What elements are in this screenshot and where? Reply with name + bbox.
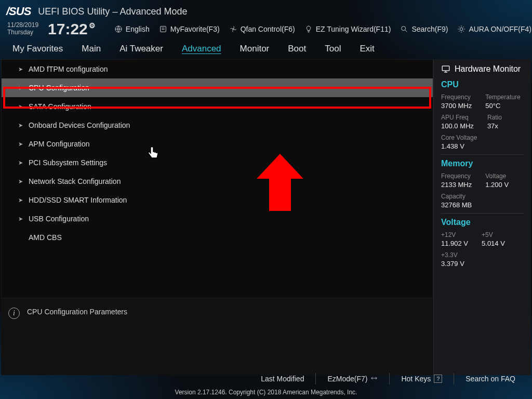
menu-item-label: CPU Configuration bbox=[29, 84, 89, 92]
menu-item-usb-configuration[interactable]: ➤USB Configuration bbox=[2, 209, 433, 228]
v33-label: +3.3V bbox=[441, 251, 464, 259]
mem-volt-label: Voltage bbox=[485, 172, 509, 180]
apu-freq-value: 100.0 MHz bbox=[441, 122, 474, 130]
annotation-arrow bbox=[257, 154, 303, 211]
tab-advanced[interactable]: Advanced bbox=[172, 39, 231, 59]
help-text: CPU Configuration Parameters bbox=[27, 308, 127, 316]
menu-item-amd-ftpm-configuration[interactable]: ➤AMD fTPM configuration bbox=[2, 60, 433, 78]
v12-label: +12V bbox=[441, 231, 468, 238]
menu-item-label: USB Configuration bbox=[29, 215, 89, 223]
search-faq-button[interactable]: Search on FAQ bbox=[454, 373, 532, 384]
tab-tool[interactable]: Tool bbox=[315, 39, 350, 59]
mem-freq-value: 2133 MHz bbox=[441, 181, 472, 189]
question-key-icon: ? bbox=[434, 375, 442, 383]
myfavorite-label: MyFavorite(F3) bbox=[170, 25, 220, 33]
menu-item-sata-configuration[interactable]: ➤SATA Configuration bbox=[2, 97, 433, 116]
tab-exit[interactable]: Exit bbox=[350, 39, 383, 59]
svg-marker-5 bbox=[257, 154, 303, 211]
date-value: 11/28/2019 bbox=[7, 22, 38, 29]
cpu-temp-value: 50°C bbox=[485, 102, 520, 110]
svg-rect-6 bbox=[442, 66, 449, 71]
menu-item-apm-configuration[interactable]: ➤APM Configuration bbox=[2, 135, 433, 153]
menu-item-label: APM Configuration bbox=[29, 140, 90, 148]
aura-label: AURA ON/OFF(F4) bbox=[469, 25, 531, 33]
ez-tuning-button[interactable]: EZ Tuning Wizard(F11) bbox=[304, 25, 391, 33]
language-button[interactable]: English bbox=[114, 25, 150, 33]
brand-logo: /SUS bbox=[6, 5, 31, 18]
ezmode-button[interactable]: EzMode(F7) bbox=[315, 373, 389, 384]
switch-icon bbox=[370, 375, 378, 383]
mem-cap-label: Capacity bbox=[441, 193, 472, 200]
menu-item-label: AMD CBS bbox=[29, 233, 62, 242]
ez-tuning-label: EZ Tuning Wizard(F11) bbox=[316, 25, 391, 33]
search-faq-label: Search on FAQ bbox=[466, 375, 515, 383]
qfan-button[interactable]: Qfan Control(F6) bbox=[229, 25, 295, 33]
page-title: UEFI BIOS Utility – Advanced Mode bbox=[38, 6, 187, 17]
chevron-right-icon: ➤ bbox=[18, 159, 24, 166]
menu-item-onboard-devices-configuration[interactable]: ➤Onboard Devices Configuration bbox=[2, 116, 433, 135]
last-modified-button[interactable]: Last Modified bbox=[249, 373, 315, 384]
menu-item-pci-subsystem-settings[interactable]: ➤PCI Subsystem Settings bbox=[2, 153, 433, 172]
core-voltage-label: Core Voltage bbox=[441, 134, 477, 141]
chevron-right-icon: ➤ bbox=[18, 197, 24, 204]
chevron-right-icon: ➤ bbox=[18, 141, 24, 148]
chevron-right-icon: ➤ bbox=[18, 66, 24, 73]
search-icon bbox=[400, 25, 408, 33]
v5-label: +5V bbox=[482, 231, 505, 238]
mem-cap-value: 32768 MB bbox=[441, 201, 472, 209]
search-button[interactable]: Search(F9) bbox=[400, 25, 448, 33]
version-text: Version 2.17.1246. Copyright (C) 2018 Am… bbox=[0, 388, 532, 399]
menu-item-label: AMD fTPM configuration bbox=[29, 65, 108, 73]
svg-rect-1 bbox=[160, 26, 166, 32]
monitor-icon bbox=[441, 64, 450, 74]
chevron-right-icon: ➤ bbox=[18, 122, 24, 129]
tab-boot[interactable]: Boot bbox=[278, 39, 315, 59]
language-label: English bbox=[126, 25, 150, 33]
memory-heading: Memory bbox=[441, 159, 524, 168]
svg-point-3 bbox=[402, 26, 406, 31]
voltage-heading: Voltage bbox=[441, 218, 524, 227]
svg-point-4 bbox=[460, 28, 463, 30]
favorite-icon bbox=[159, 25, 167, 33]
tab-main[interactable]: Main bbox=[72, 39, 110, 59]
tab-monitor[interactable]: Monitor bbox=[231, 39, 279, 59]
chevron-right-icon: ➤ bbox=[18, 85, 24, 91]
cpu-freq-label: Frequency bbox=[441, 94, 472, 101]
hw-title: Hardware Monitor bbox=[455, 64, 521, 74]
info-icon: i bbox=[8, 308, 20, 319]
bulb-icon bbox=[304, 25, 313, 33]
menu-item-label: SATA Configuration bbox=[29, 102, 91, 111]
ezmode-label: EzMode(F7) bbox=[327, 375, 367, 383]
tab-my-favorites[interactable]: My Favorites bbox=[3, 39, 72, 59]
menu-item-amd-cbs[interactable]: ➤AMD CBS bbox=[2, 228, 433, 247]
aura-button[interactable]: AURA ON/OFF(F4) bbox=[457, 25, 531, 33]
gear-icon[interactable]: ⚙ bbox=[89, 21, 96, 30]
day-value: Thursday bbox=[7, 29, 38, 36]
menu-item-hdd-ssd-smart-information[interactable]: ➤HDD/SSD SMART Information bbox=[2, 191, 433, 209]
cpu-heading: CPU bbox=[441, 80, 524, 89]
myfavorite-button[interactable]: MyFavorite(F3) bbox=[159, 25, 220, 33]
tab-ai-tweaker[interactable]: Ai Tweaker bbox=[110, 39, 172, 59]
menu-item-label: Network Stack Configuration bbox=[29, 177, 121, 185]
chevron-right-icon: ➤ bbox=[18, 178, 24, 185]
cpu-freq-value: 3700 MHz bbox=[441, 102, 472, 110]
hotkeys-label: Hot Keys bbox=[401, 375, 431, 383]
mem-volt-value: 1.200 V bbox=[485, 181, 509, 189]
menu-item-network-stack-configuration[interactable]: ➤Network Stack Configuration bbox=[2, 172, 433, 191]
core-voltage-value: 1.438 V bbox=[441, 142, 477, 150]
hotkeys-button[interactable]: Hot Keys ? bbox=[389, 373, 454, 384]
menu-item-label: PCI Subsystem Settings bbox=[29, 158, 107, 167]
fan-icon bbox=[229, 25, 237, 33]
chevron-right-icon: ➤ bbox=[18, 216, 24, 222]
v12-value: 11.902 V bbox=[441, 240, 468, 247]
menu-item-label: HDD/SSD SMART Information bbox=[29, 196, 127, 204]
svg-point-2 bbox=[232, 29, 234, 30]
cpu-temp-label: Temperature bbox=[485, 94, 520, 101]
cpu-ratio-label: Ratio bbox=[487, 114, 502, 121]
cpu-ratio-value: 37x bbox=[487, 122, 502, 130]
mem-freq-label: Frequency bbox=[441, 172, 472, 180]
menu-item-label: Onboard Devices Configuration bbox=[29, 121, 130, 129]
aura-icon bbox=[457, 25, 466, 33]
menu-item-cpu-configuration[interactable]: ➤CPU Configuration bbox=[2, 78, 433, 97]
qfan-label: Qfan Control(F6) bbox=[241, 25, 295, 33]
